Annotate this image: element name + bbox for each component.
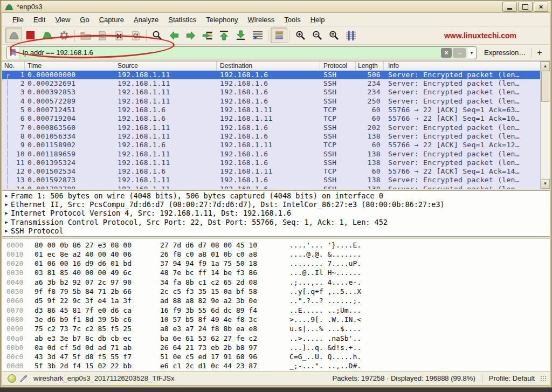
profile-label[interactable]: Profile: Default [489,374,535,382]
display-filter-box[interactable]: × → ▾ [6,46,477,59]
hex-offset: 0070 [6,306,34,315]
packet-list-scrollbar[interactable]: ▲ ▼ [540,61,550,189]
menu-tools[interactable]: Tools [279,14,305,25]
minimize-button[interactable] [502,2,517,12]
packet-row[interactable]: │60.000719204192.168.1.6192.168.1.11TCP6… [2,114,541,123]
zoom-out-button[interactable] [309,27,326,43]
maximize-button[interactable] [518,2,533,12]
hex-row[interactable]: 00c043 3d 47 5f d8 f5 55 f751 0e c5 ed 1… [6,352,550,361]
cell-proto: TCP [320,114,356,123]
scroll-down-button[interactable]: ▼ [541,179,550,189]
column-header-source[interactable]: Source [114,61,217,71]
column-header-destination[interactable]: Destination [217,61,320,71]
detail-line[interactable]: ▶Frame 1: 506 bytes on wire (4048 bits),… [2,191,550,200]
detail-line[interactable]: ▶Ethernet II, Src: PcsCompu_7d:d6:d7 (08… [2,200,550,209]
zoom-reset-button[interactable] [326,27,342,43]
auto-scroll-button[interactable] [249,27,266,43]
column-header-time[interactable]: Time [25,61,114,71]
packet-row[interactable]: │30.000392853192.168.1.11192.168.1.6SSH2… [2,88,541,97]
stop-capture-button[interactable] [22,27,39,43]
filter-apply-button[interactable]: → [453,48,466,58]
packet-row[interactable]: │90.001158902192.168.1.6192.168.1.11TCP6… [2,141,541,149]
packet-row[interactable]: │100.001189659192.168.1.11192.168.1.6SSH… [2,150,541,159]
expand-arrow-icon[interactable]: ▶ [2,191,11,200]
column-header-protocol[interactable]: Protocol [320,61,356,71]
hex-row[interactable]: 00509f f8 79 5b 84 71 2b 662c c5 f3 35 1… [6,287,550,296]
packet-row[interactable]: │110.001395324192.168.1.11192.168.1.6SSH… [2,159,541,167]
hex-row[interactable]: 00b00a 0d cf 5d 0d ad 71 ab26 64 21 73 e… [6,343,550,352]
reload-file-button[interactable] [127,27,144,43]
menu-analyze[interactable]: Analyze [129,14,163,25]
hex-row[interactable]: 009075 c2 73 7c c2 85 f5 25a8 e3 a7 24 f… [6,324,550,333]
menu-edit[interactable]: Edit [29,14,50,25]
close-button[interactable]: × [534,2,548,12]
hex-row[interactable]: 00d05f 3b 2d f4 15 02 22 bbe6 c1 2c d1 0… [6,361,550,370]
go-forward-button[interactable] [182,27,199,43]
find-packet-button[interactable] [149,27,165,43]
scrollbar-thumb[interactable] [541,71,549,102]
filter-bookmark-button[interactable] [7,47,19,59]
expand-arrow-icon[interactable]: ▶ [2,200,11,209]
go-to-packet-button[interactable] [199,27,216,43]
go-last-packet-button[interactable] [232,27,249,43]
detail-line[interactable]: ▶Internet Protocol Version 4, Src: 192.1… [2,209,550,217]
close-file-button[interactable] [111,27,127,43]
resize-columns-button[interactable] [342,27,359,43]
filter-dropdown-button[interactable]: ▾ [467,47,476,58]
hex-row[interactable]: 0070d3 86 45 81 7f e0 d6 ca16 f9 3b 55 6… [6,306,550,315]
hex-row[interactable]: 00803e d6 b9 f1 8d 39 5b c610 57 b5 8f 4… [6,315,550,324]
restart-capture-button[interactable] [39,27,56,43]
packet-row[interactable]: │140.001792789192.168.1.11192.168.1.6SSH… [2,185,541,189]
menu-help[interactable]: Help [306,14,330,25]
hex-row[interactable]: 0040a6 3b b2 92 07 2c 97 9034 fa 8b c1 c… [6,278,550,287]
hex-row[interactable]: 003003 81 85 40 00 00 49 6c48 7e bc ff 1… [6,268,550,277]
menu-telephony[interactable]: Telephony [201,14,243,25]
packet-row[interactable]: │70.000863560192.168.1.11192.168.1.6SSH2… [2,123,541,132]
menu-statistics[interactable]: Statistics [163,14,201,25]
detail-line[interactable]: ▶Transmission Control Protocol, Src Port… [2,218,550,226]
go-first-packet-button[interactable] [216,27,232,43]
packet-row[interactable]: │20.000232691192.168.1.11192.168.1.6SSH2… [2,79,541,88]
menu-wireless[interactable]: Wireless [243,14,280,25]
open-file-button[interactable] [77,27,94,43]
menu-capture[interactable]: Capture [94,14,129,25]
column-header-length[interactable]: Length [356,61,384,71]
filter-clear-button[interactable]: × [441,48,452,58]
save-file-button[interactable] [94,27,111,43]
packet-row[interactable]: │130.001592873192.168.1.11192.168.1.6SSH… [2,176,541,184]
hex-row[interactable]: 002001 06 00 16 d9 d6 01 bd37 94 94 f9 1… [6,259,550,268]
resize-grip[interactable] [540,375,547,382]
packet-row[interactable]: │120.001502534192.168.1.6192.168.1.11TCP… [2,167,541,176]
capture-comment-icon[interactable] [19,374,28,383]
display-filter-input[interactable] [19,49,441,57]
column-header-no[interactable]: No. [2,61,25,71]
hex-row[interactable]: 001001 ec 8e a2 40 00 40 0626 f8 c0 a8 0… [6,250,550,259]
hex-row[interactable]: 0060d5 9f 22 9c 3f e4 1a 3fad 88 a8 82 9… [6,296,550,305]
hex-row[interactable]: 000080 00 0b 86 27 e3 08 0027 7d d6 d7 0… [6,240,550,250]
menu-view[interactable]: View [50,14,75,25]
detail-line[interactable]: ▶SSH Protocol [2,226,550,235]
packet-row[interactable]: │50.000712451192.168.1.6192.168.1.11TCP6… [2,106,541,114]
packet-list-header[interactable]: No. Time Source Destination Protocol Len… [2,61,550,71]
menu-go[interactable]: Go [75,14,94,25]
hex-row[interactable]: 00a0ab e3 3e b7 8c db cb ecba 6e 61 53 6… [6,334,550,343]
colorize-packets-button[interactable] [271,27,287,43]
zoom-in-button[interactable] [292,27,309,43]
start-capture-button[interactable] [5,27,22,43]
expand-arrow-icon[interactable]: ▶ [2,218,11,226]
expand-arrow-icon[interactable]: ▶ [2,226,11,235]
packet-row[interactable]: │80.001056334192.168.1.11192.168.1.6SSH1… [2,132,541,141]
cell-len: 60 [356,114,384,123]
add-filter-button[interactable]: + [537,48,542,58]
menu-file[interactable]: File [8,14,29,25]
capture-options-button[interactable] [56,27,72,43]
column-header-info[interactable]: Info [384,61,550,71]
expert-info-icon[interactable] [8,374,16,383]
scroll-up-button[interactable]: ▲ [541,61,550,71]
expand-arrow-icon[interactable]: ▶ [2,209,11,217]
packet-row[interactable]: ┌10.000000000192.168.1.11192.168.1.6SSH5… [2,71,541,79]
expression-button[interactable]: Expression… [484,49,526,57]
packet-row[interactable]: │40.000572289192.168.1.11192.168.1.6SSH2… [2,97,541,106]
go-back-button[interactable] [165,27,182,43]
titlebar[interactable]: *enp0s3 × [2,1,550,12]
